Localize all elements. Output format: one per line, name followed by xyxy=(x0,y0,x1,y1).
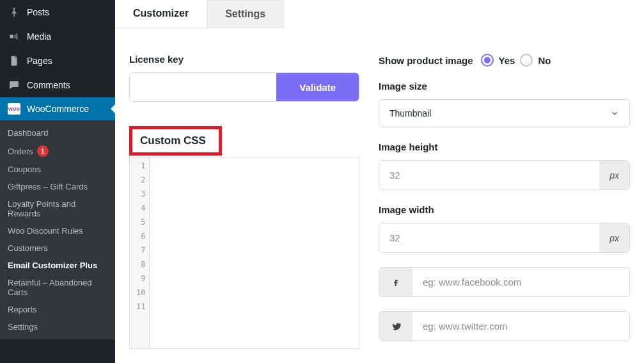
chevron-down-icon xyxy=(610,109,619,118)
media-icon xyxy=(8,30,20,43)
submenu-discount[interactable]: Woo Discount Rules xyxy=(0,222,115,239)
menu-label: Pages xyxy=(27,56,52,66)
show-product-image-label: Show product image xyxy=(379,55,473,66)
comment-icon xyxy=(8,79,20,92)
menu-label: Media xyxy=(27,31,51,42)
svg-point-0 xyxy=(10,35,13,38)
image-height-group: px xyxy=(379,160,630,190)
px-suffix: px xyxy=(599,223,629,252)
submenu-orders[interactable]: Orders 1 xyxy=(0,141,115,161)
twitter-icon xyxy=(379,312,412,341)
tab-bar: Customizer Settings xyxy=(115,0,644,28)
menu-woocommerce[interactable]: woo WooCommerce xyxy=(0,97,115,120)
license-key-input[interactable] xyxy=(130,73,276,101)
submenu-email-customizer[interactable]: Email Customizer Plus xyxy=(0,257,115,274)
menu-posts[interactable]: Posts xyxy=(0,0,115,24)
orders-badge: 1 xyxy=(37,145,49,157)
radio-yes-label: Yes xyxy=(499,55,515,66)
custom-css-textarea[interactable] xyxy=(150,157,359,348)
code-gutter: 1234567891011 xyxy=(130,157,150,348)
show-product-image-row: Show product image Yes No xyxy=(379,54,630,67)
image-size-select[interactable]: Thumbnail xyxy=(379,99,630,127)
page-icon xyxy=(8,54,20,67)
menu-pages[interactable]: Pages xyxy=(0,49,115,73)
radio-yes[interactable] xyxy=(481,54,494,67)
main-content: Customizer Settings License key Validate… xyxy=(115,0,644,363)
menu-label: WooCommerce xyxy=(27,104,89,114)
submenu-settings[interactable]: Settings xyxy=(0,318,115,335)
submenu-customers[interactable]: Customers xyxy=(0,239,115,257)
facebook-input[interactable] xyxy=(412,268,629,296)
custom-css-editor[interactable]: 1234567891011 xyxy=(129,157,359,349)
image-height-input[interactable] xyxy=(379,161,599,190)
radio-no-label: No xyxy=(538,55,551,66)
submenu-dashboard[interactable]: Dashboard xyxy=(0,124,115,141)
tab-settings[interactable]: Settings xyxy=(207,0,284,28)
menu-label: Comments xyxy=(27,80,70,90)
license-key-label: License key xyxy=(129,54,359,65)
twitter-group xyxy=(379,311,630,341)
admin-sidebar: Posts Media Pages Comments woo WooCommer… xyxy=(0,0,115,363)
license-key-group: Validate xyxy=(129,72,359,102)
submenu-coupons[interactable]: Coupons xyxy=(0,161,115,178)
image-size-value: Thumbnail xyxy=(389,108,431,118)
image-width-input[interactable] xyxy=(379,223,599,252)
facebook-group xyxy=(379,267,630,297)
image-width-label: Image width xyxy=(379,204,630,215)
twitter-input[interactable] xyxy=(412,312,629,341)
submenu-loyalty[interactable]: Loyalty Points and Rewards xyxy=(0,195,115,222)
radio-no[interactable] xyxy=(520,54,533,67)
pin-icon xyxy=(8,6,20,19)
submenu-retainful[interactable]: Retainful – Abandoned Carts xyxy=(0,274,115,301)
menu-label: Posts xyxy=(27,7,49,17)
woo-icon: woo xyxy=(8,103,20,115)
px-suffix: px xyxy=(599,161,629,190)
image-height-label: Image height xyxy=(379,141,630,152)
image-width-group: px xyxy=(379,223,630,253)
menu-comments[interactable]: Comments xyxy=(0,73,115,97)
custom-css-label: Custom CSS xyxy=(129,126,222,156)
facebook-icon xyxy=(379,268,412,296)
image-size-label: Image size xyxy=(379,81,630,92)
validate-button[interactable]: Validate xyxy=(276,73,359,101)
submenu-giftpress[interactable]: Giftpress – Gift Cards xyxy=(0,178,115,195)
woocommerce-submenu: Dashboard Orders 1 Coupons Giftpress – G… xyxy=(0,120,115,339)
menu-media[interactable]: Media xyxy=(0,24,115,49)
tab-customizer[interactable]: Customizer xyxy=(115,0,207,28)
submenu-reports[interactable]: Reports xyxy=(0,301,115,318)
